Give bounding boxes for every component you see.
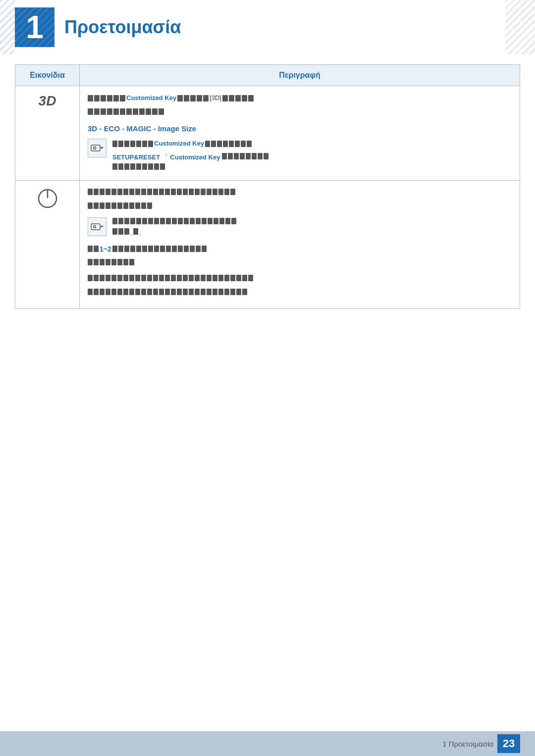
char — [248, 95, 254, 101]
key-svg-2 — [90, 220, 104, 234]
char — [113, 108, 119, 115]
char — [117, 202, 122, 209]
char — [177, 289, 182, 295]
customized-key-label-3: Customized Key — [170, 153, 220, 161]
power-icon — [37, 188, 58, 209]
char — [241, 141, 246, 147]
char — [124, 218, 129, 224]
char — [160, 218, 165, 224]
char — [147, 289, 152, 295]
char — [225, 218, 230, 224]
char — [211, 141, 216, 147]
setup-reset-label: SETUP&RESET — [112, 153, 160, 161]
char — [100, 275, 105, 281]
char — [135, 289, 140, 295]
char — [178, 246, 183, 252]
char — [142, 218, 147, 224]
power-num: 1~2 — [100, 244, 111, 254]
char — [160, 163, 165, 170]
char — [154, 163, 159, 170]
char — [264, 153, 268, 159]
char — [178, 218, 183, 224]
char — [184, 246, 189, 252]
char — [159, 289, 164, 295]
char — [224, 275, 229, 281]
footer-page-box: 23 — [497, 734, 520, 753]
char — [246, 153, 251, 159]
char — [258, 153, 263, 159]
char — [248, 275, 253, 281]
char — [224, 189, 229, 195]
char — [111, 289, 116, 295]
char — [136, 163, 141, 170]
char — [195, 275, 200, 281]
char — [172, 218, 177, 224]
char — [207, 275, 212, 281]
char — [130, 218, 135, 224]
char — [196, 218, 201, 224]
char — [123, 275, 128, 281]
customized-key-icon — [88, 139, 107, 157]
char — [136, 141, 141, 147]
char — [152, 108, 158, 115]
footer: 1 Προετοιμασία 23 — [0, 731, 535, 756]
char — [124, 141, 129, 147]
char — [148, 141, 153, 147]
char — [136, 246, 141, 252]
row1-sub-text: Customized Key — [112, 139, 512, 173]
char — [88, 275, 93, 281]
char — [189, 289, 194, 295]
char — [133, 228, 138, 235]
char — [147, 189, 152, 195]
char — [252, 153, 257, 159]
char — [230, 289, 235, 295]
char — [130, 141, 135, 147]
row2-note — [88, 188, 512, 212]
char — [147, 275, 152, 281]
char — [190, 95, 196, 101]
char — [222, 95, 228, 101]
char — [205, 141, 210, 147]
customized-key-label-2: Customized Key — [154, 139, 204, 149]
char — [135, 189, 140, 195]
char — [165, 275, 170, 281]
char — [148, 218, 153, 224]
char — [117, 259, 122, 265]
char — [129, 259, 134, 265]
char — [201, 275, 206, 281]
char — [213, 189, 217, 195]
char — [123, 259, 128, 265]
char — [118, 246, 123, 252]
row2-sub-text: . . — [112, 217, 512, 239]
char — [118, 218, 123, 224]
char — [235, 141, 240, 147]
char — [112, 141, 117, 147]
char — [195, 189, 200, 195]
char — [189, 275, 194, 281]
row1-line1: Customized Key [3D] — [88, 93, 512, 105]
char — [106, 289, 110, 295]
char — [218, 289, 223, 295]
char — [100, 189, 105, 195]
char — [229, 141, 234, 147]
char — [217, 141, 222, 147]
row1-sub-section: Customized Key — [88, 139, 512, 173]
char — [197, 95, 202, 101]
char — [236, 275, 241, 281]
char — [160, 246, 165, 252]
char — [106, 202, 110, 209]
char — [166, 246, 171, 252]
char — [126, 108, 132, 115]
char — [88, 289, 93, 295]
top-stripe-area — [505, 0, 535, 54]
char — [159, 189, 164, 195]
char — [123, 289, 128, 295]
3d-icon-label: 3D — [39, 93, 56, 108]
char — [165, 189, 170, 195]
char — [88, 108, 93, 115]
char — [94, 189, 99, 195]
char — [177, 275, 182, 281]
char — [142, 163, 147, 170]
char — [112, 228, 117, 235]
char — [129, 189, 134, 195]
